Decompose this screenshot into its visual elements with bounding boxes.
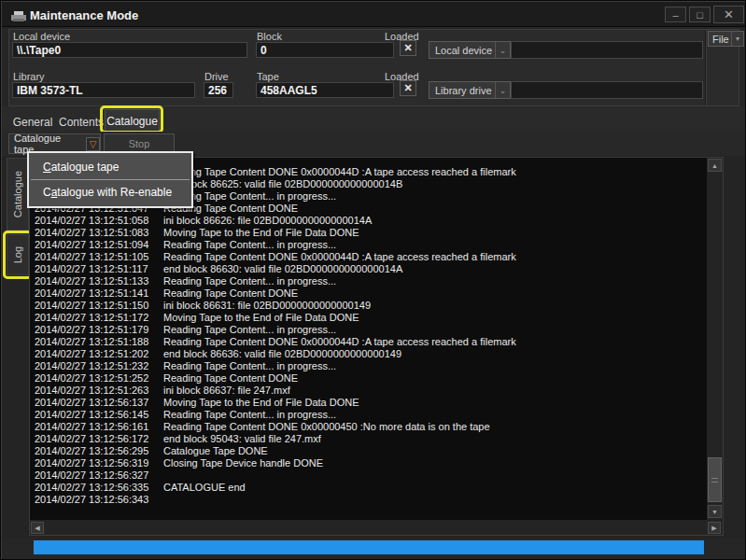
scroll-right-button[interactable]: ▶ — [708, 522, 721, 534]
chevron-down-icon: ⌄ — [495, 42, 510, 58]
close-button[interactable]: ✕ — [713, 6, 744, 23]
vertical-scrollbar-thumb[interactable] — [708, 457, 722, 502]
log-line: 2014/02/27 13:12:56:145 Reading Tape Con… — [35, 409, 707, 421]
minimize-button[interactable]: – — [665, 7, 686, 22]
maintenance-mode-window: Maintenance Mode – □ ✕ Local device \\.\… — [0, 0, 746, 560]
log-timestamp: 2014/02/27 13:12:51:150 — [35, 300, 163, 312]
log-message: CATALOGUE end — [163, 482, 246, 494]
log-message: Reading Tape Content... in progress... — [163, 409, 336, 421]
log-timestamp: 2014/02/27 13:12:51:094 — [35, 239, 163, 251]
menu-separator — [31, 179, 190, 180]
log-timestamp: 2014/02/27 13:12:56:327 — [35, 469, 163, 482]
log-message: Reading Tape Content DONE 0x0000044D :A … — [163, 251, 516, 263]
menu-item-catalogue-with-reenable[interactable]: Catalogue with Re-enable — [29, 182, 191, 203]
log-line: 2014/02/27 13:12:51:202 end block 86636:… — [35, 348, 707, 360]
log-line: 2014/02/27 13:12:51:117 end block 86630:… — [35, 263, 707, 275]
log-message: Reading Tape Content... in progress... — [163, 275, 336, 287]
log-line: 2014/02/27 13:12:56:172 end block 95043:… — [35, 433, 707, 445]
log-message: ini block 86637: file 247.mxf — [163, 385, 290, 397]
log-message: Reading Tape Content... in progress... — [163, 239, 336, 251]
log-message: Reading Tape Content... in progress... — [163, 360, 336, 372]
log-viewer[interactable]: 2014/02/27 13:12:51:013 Reading Tape Con… — [30, 158, 707, 520]
log-line: 2014/02/27 13:12:56:319 Closing Tape Dev… — [35, 457, 707, 469]
chevron-down-icon: ▾ — [731, 32, 743, 46]
log-line: 2014/02/27 13:12:56:295 Catalogue Tape D… — [35, 445, 707, 457]
device-extra-field[interactable] — [511, 41, 703, 59]
log-line: 2014/02/27 13:12:51:133 Reading Tape Con… — [35, 275, 707, 287]
local-device-field[interactable]: \\.\Tape0 — [12, 42, 247, 58]
file-menu-button[interactable]: File ▾ — [708, 31, 744, 47]
log-horizontal-scrollbar[interactable] — [30, 520, 723, 535]
log-message: Moving Tape to the End of File Data DONE — [163, 312, 359, 324]
log-timestamp: 2014/02/27 13:12:51:188 — [35, 336, 163, 348]
side-tab-catalogue-label: Catalogue — [12, 171, 23, 217]
log-timestamp: 2014/02/27 13:12:51:117 — [35, 263, 163, 275]
library-drive-select[interactable]: Library drive ⌄ — [429, 81, 511, 99]
side-tab-catalogue[interactable]: Catalogue — [7, 158, 29, 231]
tape-field[interactable]: 458AAGL5 — [256, 82, 394, 98]
block-field[interactable]: 0 — [256, 42, 394, 58]
side-tab-log[interactable]: Log — [7, 234, 29, 275]
unload-library-button[interactable]: ✕ — [400, 80, 416, 96]
catalogue-dropdown-menu: Catalogue tape Catalogue with Re-enable — [27, 151, 193, 208]
scrollbar-thumb-grip — [711, 478, 718, 483]
catalogue-dropdown-icon[interactable]: ▽ — [86, 137, 100, 151]
log-line: 2014/02/27 13:12:56:343 — [35, 494, 707, 506]
maximize-button[interactable]: □ — [689, 7, 711, 22]
log-timestamp: 2014/02/27 13:12:51:179 — [35, 324, 163, 336]
log-line: 2014/02/27 13:12:51:252 Reading Tape Con… — [35, 372, 707, 385]
maximize-icon: □ — [697, 9, 703, 21]
log-timestamp: 2014/02/27 13:12:51:141 — [35, 287, 163, 300]
scroll-up-icon: ▲ — [711, 162, 718, 169]
log-message: ini block 86626: file 02BD00000000000001… — [163, 215, 372, 227]
window-title: Maintenance Mode — [30, 8, 138, 22]
log-timestamp: 2014/02/27 13:12:56:343 — [35, 494, 163, 506]
menu-item-catalogue-tape[interactable]: Catalogue tape — [29, 157, 191, 177]
log-timestamp: 2014/02/27 13:12:51:232 — [35, 360, 163, 372]
scroll-down-icon: ▼ — [711, 509, 718, 515]
log-timestamp: 2014/02/27 13:12:51:172 — [35, 312, 163, 324]
tab-catalogue[interactable]: Catalogue — [105, 109, 160, 132]
scroll-right-icon: ▶ — [711, 525, 716, 532]
log-timestamp: 2014/02/27 13:12:56:145 — [35, 409, 163, 421]
log-message: Moving Tape to the End of File Data DONE — [163, 397, 359, 409]
log-line: 2014/02/27 13:12:56:335 CATALOGUE end — [35, 482, 707, 494]
log-line: 2014/02/27 13:12:51:141 Reading Tape Con… — [35, 287, 707, 300]
unload-device-button[interactable]: ✕ — [400, 40, 416, 56]
log-message: Reading Tape Content DONE 0x0000044D :A … — [163, 336, 516, 348]
log-message: Moving Tape to the End of File Data DONE — [163, 227, 359, 239]
drive-field[interactable]: 256 — [204, 82, 233, 98]
log-line: 2014/02/27 13:12:51:083 Moving Tape to t… — [35, 227, 707, 239]
library-field[interactable]: IBM 3573-TL — [12, 82, 195, 98]
log-message: Reading Tape Content DONE 0x00000450 :No… — [163, 421, 490, 433]
log-timestamp: 2014/02/27 13:12:56:172 — [35, 433, 163, 445]
log-line: 2014/02/27 13:12:51:263 ini block 86637:… — [35, 385, 707, 397]
log-message: end block 86625: valid file 02BD00000000… — [163, 178, 402, 190]
log-message: end block 86636: valid file 02BD00000000… — [163, 348, 401, 360]
scroll-left-button[interactable]: ◀ — [31, 522, 44, 534]
side-tab-log-label: Log — [12, 246, 23, 263]
log-message: ini block 86631: file 02BD00000000000001… — [163, 300, 371, 312]
minimize-icon: – — [672, 9, 678, 21]
device-type-select[interactable]: Local device ⌄ — [429, 41, 511, 59]
log-line: 2014/02/27 13:12:51:188 Reading Tape Con… — [35, 336, 707, 348]
scroll-down-button[interactable]: ▼ — [708, 505, 722, 518]
library-extra-field[interactable] — [511, 81, 703, 99]
tab-contents[interactable]: Contents — [57, 113, 106, 131]
scroll-left-icon: ◀ — [35, 525, 39, 532]
log-line: 2014/02/27 13:12:51:150 ini block 86631:… — [35, 300, 707, 312]
title-bar[interactable]: Maintenance Mode — [2, 2, 746, 27]
tape-label: Tape — [257, 71, 279, 82]
log-message: Reading Tape Content DONE 0x0000044D :A … — [163, 166, 516, 178]
scroll-up-button[interactable]: ▲ — [708, 159, 722, 172]
library-label: Library — [13, 71, 45, 82]
tab-general[interactable]: General — [10, 113, 55, 131]
log-timestamp: 2014/02/27 13:12:56:137 — [35, 397, 163, 409]
log-message: Reading Tape Content... in progress... — [163, 324, 336, 336]
chevron-down-icon: ⌄ — [495, 82, 510, 98]
device-type-value: Local device — [429, 45, 495, 56]
close-icon: ✕ — [724, 7, 734, 21]
stop-button-label: Stop — [129, 138, 150, 149]
clear-icon: ✕ — [403, 82, 412, 94]
log-message: Closing Tape Device handle DONE — [163, 457, 323, 469]
